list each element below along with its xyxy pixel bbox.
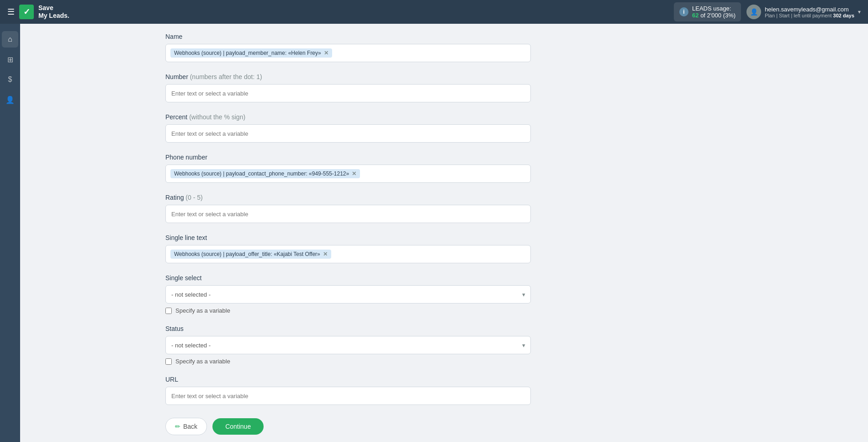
rating-hint: (0 - 5) <box>185 194 202 201</box>
rating-section: Rating (0 - 5) <box>165 194 531 223</box>
status-variable-checkbox[interactable] <box>165 358 172 365</box>
number-input[interactable] <box>165 84 531 102</box>
percent-label: Percent (without the % sign) <box>165 113 531 121</box>
plan-name: Start <box>779 13 789 18</box>
single-line-section: Single line text Webhooks (source) | pay… <box>165 234 531 263</box>
phone-tag: Webhooks (source) | payload_contact_phon… <box>170 169 360 178</box>
logo-line2: My Leads. <box>38 12 69 20</box>
single-select-variable-checkbox[interactable] <box>165 308 172 314</box>
leads-percent: (3%) <box>723 12 736 19</box>
logo-line1: Save <box>38 4 69 12</box>
logo-text: Save My Leads. <box>38 4 69 20</box>
single-select-dropdown[interactable]: - not selected - <box>165 285 531 304</box>
percent-input[interactable] <box>165 124 531 143</box>
percent-section: Percent (without the % sign) <box>165 113 531 143</box>
single-line-label: Single line text <box>165 234 531 241</box>
back-label: Back <box>183 423 197 430</box>
single-line-tag-text: Webhooks (source) | payload_offer_title:… <box>174 251 320 257</box>
name-tag: Webhooks (source) | payload_member_name:… <box>170 48 332 58</box>
url-label: URL <box>165 376 531 383</box>
single-select-wrapper: - not selected - ▾ <box>165 285 531 304</box>
leads-usage-panel: i LEADS usage: 62 of 2'000 (3%) <box>674 2 741 21</box>
status-checkbox-row: Specify as a variable <box>165 358 531 365</box>
leads-current: 62 <box>692 12 699 19</box>
sidebar-item-integrations[interactable]: ⊞ <box>2 51 18 68</box>
info-icon: i <box>679 7 688 16</box>
app-header: ☰ ✓ Save My Leads. i LEADS usage: 62 of … <box>0 0 868 24</box>
phone-label: Phone number <box>165 154 531 161</box>
status-checkbox-label[interactable]: Specify as a variable <box>175 358 230 365</box>
url-section: URL <box>165 376 531 405</box>
pencil-icon: ✏ <box>175 423 180 430</box>
user-info[interactable]: 👤 helen.savemyleads@gmail.com Plan | Sta… <box>746 5 861 19</box>
plan-suffix: | left until payment <box>791 13 831 18</box>
user-plan: Plan | Start | left until payment 302 da… <box>765 13 854 18</box>
user-details: helen.savemyleads@gmail.com Plan | Start… <box>765 6 854 18</box>
number-section: Number (numbers after the dot: 1) <box>165 73 531 102</box>
sidebar-item-home[interactable]: ⌂ <box>2 31 18 48</box>
user-avatar: 👤 <box>746 5 761 19</box>
leads-total: 2'000 <box>707 12 721 19</box>
number-label: Number (numbers after the dot: 1) <box>165 73 531 80</box>
header-right: i LEADS usage: 62 of 2'000 (3%) 👤 helen.… <box>674 2 861 21</box>
single-select-checkbox-label[interactable]: Specify as a variable <box>175 307 230 314</box>
leads-count: LEADS usage: 62 of 2'000 (3%) <box>692 5 736 19</box>
single-line-tag: Webhooks (source) | payload_offer_title:… <box>170 250 331 259</box>
rating-label: Rating (0 - 5) <box>165 194 531 201</box>
phone-tag-input[interactable]: Webhooks (source) | payload_contact_phon… <box>165 165 531 183</box>
hamburger-menu[interactable]: ☰ <box>7 7 15 17</box>
right-panel <box>676 24 868 442</box>
leads-usage-label: LEADS usage: <box>692 5 731 12</box>
single-line-tag-input[interactable]: Webhooks (source) | payload_offer_title:… <box>165 245 531 263</box>
name-label: Name <box>165 33 531 40</box>
main-layout: ⌂ ⊞ $ 👤 Name Webhooks (source) | payload… <box>0 24 868 442</box>
name-tag-text: Webhooks (source) | payload_member_name:… <box>174 50 321 56</box>
phone-tag-text: Webhooks (source) | payload_contact_phon… <box>174 170 349 177</box>
back-button[interactable]: ✏ Back <box>165 418 207 435</box>
percent-hint: (without the % sign) <box>189 113 245 121</box>
single-select-section: Single select - not selected - ▾ Specify… <box>165 274 531 314</box>
status-label: Status <box>165 325 531 332</box>
user-email: helen.savemyleads@gmail.com <box>765 6 854 13</box>
plan-prefix: Plan | <box>765 13 778 18</box>
sidebar: ⌂ ⊞ $ 👤 <box>0 24 20 442</box>
logo-icon: ✓ <box>19 5 34 19</box>
status-select-wrapper: - not selected - ▾ <box>165 336 531 354</box>
leads-total-text: of <box>700 12 707 19</box>
status-section: Status - not selected - ▾ Specify as a v… <box>165 325 531 365</box>
sidebar-item-account[interactable]: 👤 <box>2 91 18 108</box>
logo-checkmark: ✓ <box>23 7 30 17</box>
content-area: Name Webhooks (source) | payload_member_… <box>20 24 676 442</box>
continue-label: Continue <box>225 423 251 430</box>
name-tag-remove[interactable]: ✕ <box>324 50 328 56</box>
status-dropdown[interactable]: - not selected - <box>165 336 531 354</box>
continue-button[interactable]: Continue <box>212 418 264 435</box>
sidebar-item-billing[interactable]: $ <box>2 71 18 88</box>
name-tag-input[interactable]: Webhooks (source) | payload_member_name:… <box>165 44 531 62</box>
single-select-checkbox-row: Specify as a variable <box>165 307 531 314</box>
chevron-down-icon: ▾ <box>858 9 861 15</box>
url-input[interactable] <box>165 387 531 405</box>
header-left: ☰ ✓ Save My Leads. <box>7 4 69 20</box>
phone-tag-remove[interactable]: ✕ <box>352 170 356 177</box>
plan-days: 302 days <box>833 13 854 18</box>
number-hint: (numbers after the dot: 1) <box>190 73 262 80</box>
form-container: Name Webhooks (source) | payload_member_… <box>147 33 549 442</box>
phone-section: Phone number Webhooks (source) | payload… <box>165 154 531 183</box>
single-select-label: Single select <box>165 274 531 282</box>
button-row: ✏ Back Continue <box>165 418 531 442</box>
single-line-tag-remove[interactable]: ✕ <box>323 251 328 257</box>
name-section: Name Webhooks (source) | payload_member_… <box>165 33 531 62</box>
rating-input[interactable] <box>165 205 531 223</box>
